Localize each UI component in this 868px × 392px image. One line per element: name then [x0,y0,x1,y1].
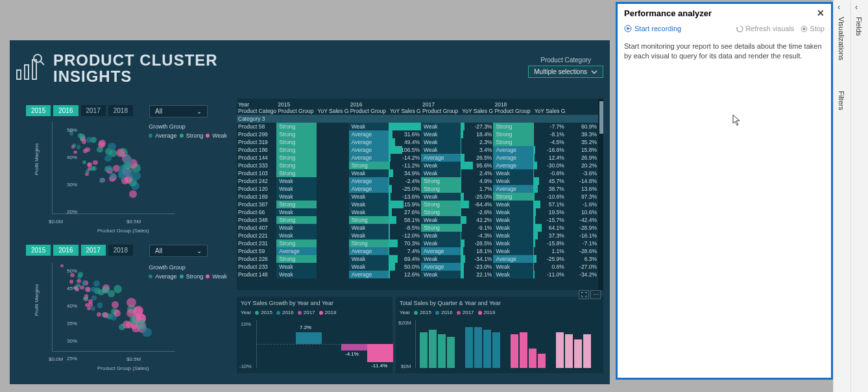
product-matrix-visual[interactable]: YearProduct Category2015Product GroupYoY… [237,99,603,290]
table-row[interactable]: Product 221WeakWeak-12.0%Weak-4.3%Weak37… [237,232,598,239]
year-button-2017[interactable]: 2017 [81,105,106,116]
visualizations-pane-collapsed[interactable]: ‹ Visualizations Filters [833,0,850,392]
scatter-point [129,190,137,198]
scatter-point [73,151,77,154]
yoy-growth-chart[interactable]: YoY Sales Growth by Year and Year Year20… [237,297,392,373]
start-recording-button[interactable]: Start recording [624,25,681,32]
right-collapsed-panes: ‹ Visualizations Filters ‹ Fields [833,0,868,392]
performance-analyzer-body: Start monitoring your report to see deta… [618,39,831,64]
ytick: 20% [67,209,77,215]
chevron-left-icon: ‹ [855,2,858,12]
product-category-value: Multiple selections [534,68,587,75]
legend-item-weak[interactable]: Weak [206,273,227,280]
scatter-point [88,299,93,304]
scatter-point [60,264,64,267]
all-dropdown-bottom[interactable]: All ⌄ [149,245,208,257]
table-row[interactable]: Product 144StrongAverage-14.2%Average26.… [237,154,598,162]
all-dropdown-bottom-label: All [155,247,162,254]
product-category-dropdown[interactable]: Multiple selections [528,66,603,78]
scatter-point [73,143,77,147]
ytick: 50% [67,127,77,133]
legend-item-strong[interactable]: Strong [180,273,204,280]
table-row[interactable]: Product 148WeakAverage12.6%Weak22.1%Weak… [237,271,598,278]
legend-item-2015[interactable]: 2015 [255,310,272,315]
table-row[interactable]: Product 233WeakWeak50.0%Average-23.0%Wea… [237,263,598,271]
legend-item-2015[interactable]: 2015 [414,310,431,315]
fields-label: Fields [855,17,863,36]
year-button-2016[interactable]: 2016 [53,105,78,116]
bar [583,334,591,368]
table-row[interactable]: Product 120WeakAverage-25.0%Strong1.7%Av… [237,185,598,193]
table-row[interactable]: Product 103StrongWeak34.9%Weak2.4%Weak-0… [237,169,598,177]
bar [529,349,536,368]
ytick: 50% [67,268,77,274]
legend-item-2016[interactable]: 2016 [435,310,453,315]
scatter-point [127,298,136,307]
table-row[interactable]: Product 186StrongAverage106.5%Weak3.4%Av… [237,146,598,154]
scatter-point [69,280,73,283]
report-title-area: PRODUCT CLUSTER INSIGHTS [13,52,218,84]
scatter-point [91,295,97,300]
table-row[interactable]: Product 319StrongAverage49.4%Weak2.3%Str… [237,138,598,146]
focus-mode-icon[interactable]: ⛶ [579,290,589,299]
legend-item-2017[interactable]: 2017 [298,310,315,315]
year-slicer-top: 2015201620172018 [26,105,133,116]
scatter-point [98,141,105,149]
table-row[interactable]: Product 66WeakWeak27.6%Strong-2.6%Weak19… [237,208,598,216]
table-row[interactable]: Product 407WeakWeak-8.5%Strong-9.1%Weak6… [237,224,598,232]
product-category-label: Product Category [528,56,603,64]
year-button-2015[interactable]: 2015 [26,245,51,256]
bar-label: -11.4% [371,363,387,369]
title-line1: PRODUCT CLUSTER [53,52,218,68]
scrollbar-thumb[interactable] [599,101,603,134]
year-button-2015[interactable]: 2015 [26,105,51,116]
legend-item-weak[interactable]: Weak [206,132,227,139]
table-row[interactable]: Product 59AverageAverage7.4%Average18.1%… [237,247,598,255]
table-row[interactable]: Product 58StrongWeak248.0%Weak-27.3%Stro… [237,123,598,130]
table-row[interactable]: Product 299StrongAverage31.6%Weak18.4%St… [237,130,598,138]
legend-item-2018[interactable]: 2018 [478,310,496,315]
scrollbar[interactable] [598,99,603,290]
bar [474,327,482,368]
all-dropdown-bottom-wrap: All ⌄ [149,245,208,257]
bar [465,327,473,368]
fields-pane-collapsed[interactable]: ‹ Fields [850,0,868,392]
ytick: 30% [67,338,77,344]
ytick: 35% [67,321,77,326]
scatter-point [85,147,90,153]
table-row[interactable]: Product 333StrongStrong-11.2%Weak95.6%Av… [237,162,598,169]
performance-analyzer-pane: Performance analyzer ✕ Start recording R… [616,2,833,380]
scatter-point [93,280,100,287]
ytick: 25% [67,356,77,361]
table-row[interactable]: Product 231StrongStrong70.3%Weak-28.5%We… [237,239,598,247]
year-button-2017[interactable]: 2017 [81,245,106,256]
scatter-plot-area: 50%40%30%20% [52,122,175,214]
close-icon[interactable]: ✕ [817,8,825,18]
x-axis-label: Product Group (Sales) [97,228,149,234]
legend-item-2017[interactable]: 2017 [457,310,474,315]
year-button-2018[interactable]: 2018 [108,245,133,256]
total-sales-chart[interactable]: ⛶ ⋯ Total Sales by Quarter & Year and Ye… [396,297,603,373]
all-dropdown-top-label: All [155,108,162,115]
legend-item-2018[interactable]: 2018 [319,310,337,315]
table-row[interactable]: Product 169WeakWeak-13.6%Weak-25.0%Stron… [237,193,598,201]
stop-label: Stop [810,25,825,32]
legend-item-strong[interactable]: Strong [180,132,204,139]
table-row[interactable]: Product 242WeakAverage-2.4%Strong4.9%Wea… [237,177,598,185]
scatter-point [142,328,151,337]
bar [429,330,437,368]
all-dropdown-top[interactable]: All ⌄ [149,105,208,117]
table-row[interactable]: Product 348StrongStrong58.1%Weak42.2%Wea… [237,216,598,224]
more-options-icon[interactable]: ⋯ [590,290,601,299]
scatter-chart-top[interactable]: Growth Group AverageStrongWeak 50%40%30%… [26,117,227,234]
scatter-point [108,143,115,151]
table-row[interactable]: Product 226StrongWeak69.4%Weak-34.1%Aver… [237,255,598,263]
legend-item-2016[interactable]: 2016 [276,310,294,315]
year-button-2018[interactable]: 2018 [108,105,133,116]
year-button-2016[interactable]: 2016 [53,245,78,256]
svg-line-9 [40,61,44,65]
scatter-point [85,287,90,292]
scatter-chart-bottom[interactable]: Growth Group AverageStrongWeak 50%45%40%… [26,258,227,371]
scatter-point [97,302,102,308]
table-row[interactable]: Product 387StrongWeak115.9%Strong-64.4%W… [237,201,598,208]
